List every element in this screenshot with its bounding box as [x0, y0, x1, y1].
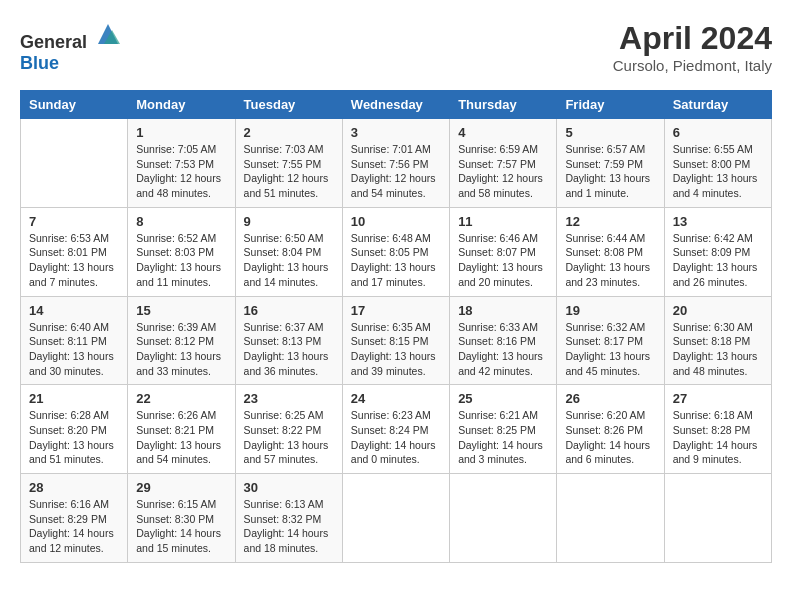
day-cell: 27Sunrise: 6:18 AMSunset: 8:28 PMDayligh…	[664, 385, 771, 474]
day-info: Sunrise: 7:03 AMSunset: 7:55 PMDaylight:…	[244, 142, 334, 201]
day-number: 5	[565, 125, 655, 140]
week-row-4: 21Sunrise: 6:28 AMSunset: 8:20 PMDayligh…	[21, 385, 772, 474]
logo-icon	[94, 20, 122, 48]
day-number: 25	[458, 391, 548, 406]
day-cell	[557, 474, 664, 563]
week-row-5: 28Sunrise: 6:16 AMSunset: 8:29 PMDayligh…	[21, 474, 772, 563]
day-cell: 26Sunrise: 6:20 AMSunset: 8:26 PMDayligh…	[557, 385, 664, 474]
day-number: 17	[351, 303, 441, 318]
day-number: 26	[565, 391, 655, 406]
day-cell: 16Sunrise: 6:37 AMSunset: 8:13 PMDayligh…	[235, 296, 342, 385]
day-info: Sunrise: 6:57 AMSunset: 7:59 PMDaylight:…	[565, 142, 655, 201]
day-cell: 28Sunrise: 6:16 AMSunset: 8:29 PMDayligh…	[21, 474, 128, 563]
day-number: 12	[565, 214, 655, 229]
column-header-tuesday: Tuesday	[235, 91, 342, 119]
day-number: 2	[244, 125, 334, 140]
logo-text: General Blue	[20, 20, 122, 74]
day-cell: 6Sunrise: 6:55 AMSunset: 8:00 PMDaylight…	[664, 119, 771, 208]
day-info: Sunrise: 6:50 AMSunset: 8:04 PMDaylight:…	[244, 231, 334, 290]
day-cell: 1Sunrise: 7:05 AMSunset: 7:53 PMDaylight…	[128, 119, 235, 208]
day-info: Sunrise: 6:55 AMSunset: 8:00 PMDaylight:…	[673, 142, 763, 201]
day-number: 18	[458, 303, 548, 318]
main-title: April 2024	[613, 20, 772, 57]
day-cell: 17Sunrise: 6:35 AMSunset: 8:15 PMDayligh…	[342, 296, 449, 385]
day-cell: 22Sunrise: 6:26 AMSunset: 8:21 PMDayligh…	[128, 385, 235, 474]
day-cell: 5Sunrise: 6:57 AMSunset: 7:59 PMDaylight…	[557, 119, 664, 208]
day-number: 4	[458, 125, 548, 140]
day-number: 19	[565, 303, 655, 318]
day-number: 3	[351, 125, 441, 140]
column-header-thursday: Thursday	[450, 91, 557, 119]
day-number: 24	[351, 391, 441, 406]
day-info: Sunrise: 6:33 AMSunset: 8:16 PMDaylight:…	[458, 320, 548, 379]
day-cell: 11Sunrise: 6:46 AMSunset: 8:07 PMDayligh…	[450, 207, 557, 296]
day-info: Sunrise: 6:53 AMSunset: 8:01 PMDaylight:…	[29, 231, 119, 290]
day-info: Sunrise: 6:15 AMSunset: 8:30 PMDaylight:…	[136, 497, 226, 556]
day-cell: 9Sunrise: 6:50 AMSunset: 8:04 PMDaylight…	[235, 207, 342, 296]
day-info: Sunrise: 6:59 AMSunset: 7:57 PMDaylight:…	[458, 142, 548, 201]
day-number: 6	[673, 125, 763, 140]
day-number: 14	[29, 303, 119, 318]
day-number: 1	[136, 125, 226, 140]
day-number: 8	[136, 214, 226, 229]
day-number: 30	[244, 480, 334, 495]
day-number: 7	[29, 214, 119, 229]
day-info: Sunrise: 6:46 AMSunset: 8:07 PMDaylight:…	[458, 231, 548, 290]
day-cell: 15Sunrise: 6:39 AMSunset: 8:12 PMDayligh…	[128, 296, 235, 385]
day-cell	[342, 474, 449, 563]
day-info: Sunrise: 6:40 AMSunset: 8:11 PMDaylight:…	[29, 320, 119, 379]
day-info: Sunrise: 6:39 AMSunset: 8:12 PMDaylight:…	[136, 320, 226, 379]
day-number: 27	[673, 391, 763, 406]
day-cell	[450, 474, 557, 563]
day-info: Sunrise: 6:32 AMSunset: 8:17 PMDaylight:…	[565, 320, 655, 379]
day-number: 9	[244, 214, 334, 229]
day-info: Sunrise: 6:18 AMSunset: 8:28 PMDaylight:…	[673, 408, 763, 467]
day-cell: 10Sunrise: 6:48 AMSunset: 8:05 PMDayligh…	[342, 207, 449, 296]
day-info: Sunrise: 6:48 AMSunset: 8:05 PMDaylight:…	[351, 231, 441, 290]
day-info: Sunrise: 6:20 AMSunset: 8:26 PMDaylight:…	[565, 408, 655, 467]
column-header-friday: Friday	[557, 91, 664, 119]
day-info: Sunrise: 6:52 AMSunset: 8:03 PMDaylight:…	[136, 231, 226, 290]
day-info: Sunrise: 6:30 AMSunset: 8:18 PMDaylight:…	[673, 320, 763, 379]
day-info: Sunrise: 6:23 AMSunset: 8:24 PMDaylight:…	[351, 408, 441, 467]
day-number: 28	[29, 480, 119, 495]
week-row-1: 1Sunrise: 7:05 AMSunset: 7:53 PMDaylight…	[21, 119, 772, 208]
day-number: 21	[29, 391, 119, 406]
day-number: 20	[673, 303, 763, 318]
day-cell: 30Sunrise: 6:13 AMSunset: 8:32 PMDayligh…	[235, 474, 342, 563]
day-cell: 12Sunrise: 6:44 AMSunset: 8:08 PMDayligh…	[557, 207, 664, 296]
day-number: 11	[458, 214, 548, 229]
day-info: Sunrise: 6:44 AMSunset: 8:08 PMDaylight:…	[565, 231, 655, 290]
day-number: 22	[136, 391, 226, 406]
calendar-table: SundayMondayTuesdayWednesdayThursdayFrid…	[20, 90, 772, 563]
column-header-wednesday: Wednesday	[342, 91, 449, 119]
day-info: Sunrise: 6:26 AMSunset: 8:21 PMDaylight:…	[136, 408, 226, 467]
day-cell: 21Sunrise: 6:28 AMSunset: 8:20 PMDayligh…	[21, 385, 128, 474]
day-cell	[664, 474, 771, 563]
logo: General Blue	[20, 20, 122, 74]
day-info: Sunrise: 6:37 AMSunset: 8:13 PMDaylight:…	[244, 320, 334, 379]
day-cell: 13Sunrise: 6:42 AMSunset: 8:09 PMDayligh…	[664, 207, 771, 296]
column-header-sunday: Sunday	[21, 91, 128, 119]
day-cell: 25Sunrise: 6:21 AMSunset: 8:25 PMDayligh…	[450, 385, 557, 474]
day-number: 16	[244, 303, 334, 318]
day-info: Sunrise: 6:13 AMSunset: 8:32 PMDaylight:…	[244, 497, 334, 556]
day-info: Sunrise: 6:25 AMSunset: 8:22 PMDaylight:…	[244, 408, 334, 467]
page-header: General Blue April 2024 Cursolo, Piedmon…	[20, 20, 772, 74]
day-cell: 23Sunrise: 6:25 AMSunset: 8:22 PMDayligh…	[235, 385, 342, 474]
subtitle: Cursolo, Piedmont, Italy	[613, 57, 772, 74]
day-number: 23	[244, 391, 334, 406]
day-info: Sunrise: 7:05 AMSunset: 7:53 PMDaylight:…	[136, 142, 226, 201]
day-info: Sunrise: 6:21 AMSunset: 8:25 PMDaylight:…	[458, 408, 548, 467]
day-info: Sunrise: 7:01 AMSunset: 7:56 PMDaylight:…	[351, 142, 441, 201]
day-cell: 29Sunrise: 6:15 AMSunset: 8:30 PMDayligh…	[128, 474, 235, 563]
day-info: Sunrise: 6:16 AMSunset: 8:29 PMDaylight:…	[29, 497, 119, 556]
column-header-monday: Monday	[128, 91, 235, 119]
logo-blue: Blue	[20, 53, 59, 73]
day-cell: 19Sunrise: 6:32 AMSunset: 8:17 PMDayligh…	[557, 296, 664, 385]
day-number: 13	[673, 214, 763, 229]
logo-general: General	[20, 32, 87, 52]
day-info: Sunrise: 6:35 AMSunset: 8:15 PMDaylight:…	[351, 320, 441, 379]
day-cell	[21, 119, 128, 208]
day-cell: 24Sunrise: 6:23 AMSunset: 8:24 PMDayligh…	[342, 385, 449, 474]
